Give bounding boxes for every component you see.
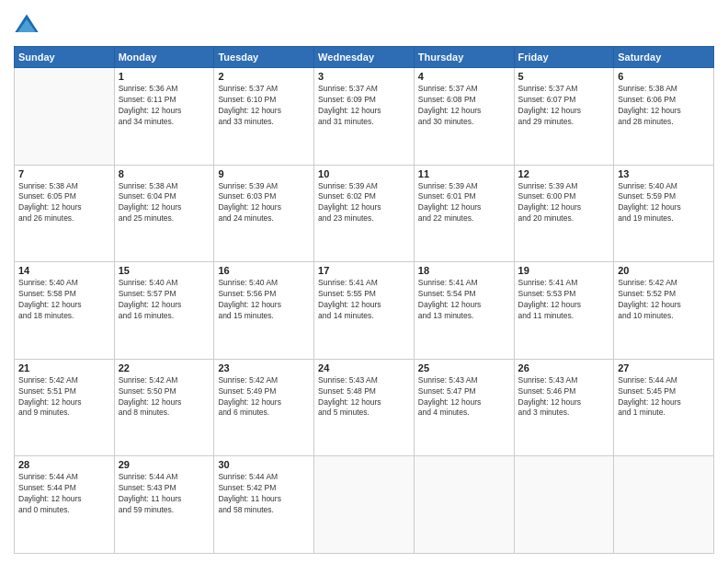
- day-info: Sunrise: 5:37 AM Sunset: 6:09 PM Dayligh…: [318, 84, 410, 128]
- day-info: Sunrise: 5:36 AM Sunset: 6:11 PM Dayligh…: [119, 84, 210, 128]
- day-info: Sunrise: 5:37 AM Sunset: 6:08 PM Dayligh…: [418, 84, 510, 128]
- day-info: Sunrise: 5:44 AM Sunset: 5:45 PM Dayligh…: [618, 375, 710, 419]
- day-info: Sunrise: 5:40 AM Sunset: 5:59 PM Dayligh…: [618, 181, 710, 225]
- day-info: Sunrise: 5:40 AM Sunset: 5:57 PM Dayligh…: [119, 278, 210, 322]
- day-number: 24: [318, 362, 410, 373]
- day-info: Sunrise: 5:43 AM Sunset: 5:46 PM Dayligh…: [518, 375, 610, 419]
- calendar-cell: 6Sunrise: 5:38 AM Sunset: 6:06 PM Daylig…: [614, 68, 714, 166]
- day-number: 11: [418, 168, 510, 179]
- calendar-header-thursday: Thursday: [414, 47, 514, 68]
- calendar-cell: 15Sunrise: 5:40 AM Sunset: 5:57 PM Dayli…: [114, 262, 214, 360]
- calendar-cell: [414, 456, 514, 554]
- calendar-cell: 13Sunrise: 5:40 AM Sunset: 5:59 PM Dayli…: [614, 165, 714, 262]
- day-number: 10: [318, 168, 410, 179]
- day-number: 3: [318, 71, 410, 82]
- calendar: SundayMondayTuesdayWednesdayThursdayFrid…: [14, 46, 714, 554]
- calendar-cell: 3Sunrise: 5:37 AM Sunset: 6:09 PM Daylig…: [314, 68, 415, 166]
- day-number: 6: [618, 71, 710, 82]
- day-info: Sunrise: 5:43 AM Sunset: 5:48 PM Dayligh…: [318, 375, 410, 419]
- day-info: Sunrise: 5:39 AM Sunset: 6:02 PM Dayligh…: [318, 181, 410, 225]
- day-info: Sunrise: 5:44 AM Sunset: 5:44 PM Dayligh…: [18, 472, 110, 516]
- calendar-cell: 7Sunrise: 5:38 AM Sunset: 6:05 PM Daylig…: [15, 165, 115, 262]
- day-info: Sunrise: 5:39 AM Sunset: 6:00 PM Dayligh…: [518, 181, 610, 225]
- day-info: Sunrise: 5:42 AM Sunset: 5:49 PM Dayligh…: [218, 375, 310, 419]
- day-info: Sunrise: 5:41 AM Sunset: 5:54 PM Dayligh…: [418, 278, 510, 322]
- day-number: 25: [418, 362, 510, 373]
- calendar-cell: 17Sunrise: 5:41 AM Sunset: 5:55 PM Dayli…: [314, 262, 415, 360]
- day-info: Sunrise: 5:44 AM Sunset: 5:42 PM Dayligh…: [218, 472, 310, 516]
- day-number: 17: [318, 265, 410, 276]
- day-info: Sunrise: 5:40 AM Sunset: 5:58 PM Dayligh…: [18, 278, 110, 322]
- calendar-week-5: 28Sunrise: 5:44 AM Sunset: 5:44 PM Dayli…: [15, 456, 714, 554]
- calendar-cell: 5Sunrise: 5:37 AM Sunset: 6:07 PM Daylig…: [514, 68, 614, 166]
- day-number: 22: [119, 362, 210, 373]
- calendar-cell: 18Sunrise: 5:41 AM Sunset: 5:54 PM Dayli…: [414, 262, 514, 360]
- day-info: Sunrise: 5:42 AM Sunset: 5:52 PM Dayligh…: [618, 278, 710, 322]
- calendar-cell: 2Sunrise: 5:37 AM Sunset: 6:10 PM Daylig…: [214, 68, 314, 166]
- day-number: 26: [518, 362, 610, 373]
- header: [14, 9, 714, 39]
- logo: [14, 13, 43, 39]
- day-number: 28: [18, 459, 110, 470]
- calendar-cell: 24Sunrise: 5:43 AM Sunset: 5:48 PM Dayli…: [314, 359, 415, 456]
- calendar-cell: 28Sunrise: 5:44 AM Sunset: 5:44 PM Dayli…: [15, 456, 115, 554]
- calendar-header-saturday: Saturday: [614, 47, 714, 68]
- calendar-cell: 26Sunrise: 5:43 AM Sunset: 5:46 PM Dayli…: [514, 359, 614, 456]
- day-number: 2: [218, 71, 310, 82]
- calendar-cell: 9Sunrise: 5:39 AM Sunset: 6:03 PM Daylig…: [214, 165, 314, 262]
- day-info: Sunrise: 5:37 AM Sunset: 6:10 PM Dayligh…: [218, 84, 310, 128]
- day-number: 5: [518, 71, 610, 82]
- day-info: Sunrise: 5:40 AM Sunset: 5:56 PM Dayligh…: [218, 278, 310, 322]
- calendar-cell: 1Sunrise: 5:36 AM Sunset: 6:11 PM Daylig…: [114, 68, 214, 166]
- calendar-cell: 14Sunrise: 5:40 AM Sunset: 5:58 PM Dayli…: [15, 262, 115, 360]
- day-number: 1: [119, 71, 210, 82]
- day-info: Sunrise: 5:38 AM Sunset: 6:06 PM Dayligh…: [618, 84, 710, 128]
- day-number: 14: [18, 265, 110, 276]
- day-info: Sunrise: 5:38 AM Sunset: 6:05 PM Dayligh…: [18, 181, 110, 225]
- calendar-cell: 8Sunrise: 5:38 AM Sunset: 6:04 PM Daylig…: [114, 165, 214, 262]
- day-number: 8: [119, 168, 210, 179]
- calendar-week-3: 14Sunrise: 5:40 AM Sunset: 5:58 PM Dayli…: [15, 262, 714, 360]
- day-info: Sunrise: 5:41 AM Sunset: 5:55 PM Dayligh…: [318, 278, 410, 322]
- day-number: 21: [18, 362, 110, 373]
- calendar-week-1: 1Sunrise: 5:36 AM Sunset: 6:11 PM Daylig…: [15, 68, 714, 166]
- calendar-cell: 23Sunrise: 5:42 AM Sunset: 5:49 PM Dayli…: [214, 359, 314, 456]
- day-info: Sunrise: 5:37 AM Sunset: 6:07 PM Dayligh…: [518, 84, 610, 128]
- calendar-cell: 16Sunrise: 5:40 AM Sunset: 5:56 PM Dayli…: [214, 262, 314, 360]
- calendar-week-2: 7Sunrise: 5:38 AM Sunset: 6:05 PM Daylig…: [15, 165, 714, 262]
- day-info: Sunrise: 5:41 AM Sunset: 5:53 PM Dayligh…: [518, 278, 610, 322]
- day-info: Sunrise: 5:39 AM Sunset: 6:01 PM Dayligh…: [418, 181, 510, 225]
- calendar-cell: [314, 456, 415, 554]
- day-number: 12: [518, 168, 610, 179]
- day-number: 19: [518, 265, 610, 276]
- day-number: 15: [119, 265, 210, 276]
- day-info: Sunrise: 5:38 AM Sunset: 6:04 PM Dayligh…: [119, 181, 210, 225]
- day-number: 29: [119, 459, 210, 470]
- calendar-header-monday: Monday: [114, 47, 214, 68]
- day-number: 27: [618, 362, 710, 373]
- day-number: 23: [218, 362, 310, 373]
- calendar-cell: 11Sunrise: 5:39 AM Sunset: 6:01 PM Dayli…: [414, 165, 514, 262]
- calendar-header-sunday: Sunday: [15, 47, 115, 68]
- day-info: Sunrise: 5:39 AM Sunset: 6:03 PM Dayligh…: [218, 181, 310, 225]
- calendar-header-wednesday: Wednesday: [314, 47, 415, 68]
- calendar-header-tuesday: Tuesday: [214, 47, 314, 68]
- day-number: 7: [18, 168, 110, 179]
- day-info: Sunrise: 5:42 AM Sunset: 5:50 PM Dayligh…: [119, 375, 210, 419]
- calendar-cell: 12Sunrise: 5:39 AM Sunset: 6:00 PM Dayli…: [514, 165, 614, 262]
- day-number: 30: [218, 459, 310, 470]
- calendar-cell: 20Sunrise: 5:42 AM Sunset: 5:52 PM Dayli…: [614, 262, 714, 360]
- calendar-header-friday: Friday: [514, 47, 614, 68]
- logo-icon: [14, 13, 40, 39]
- day-number: 18: [418, 265, 510, 276]
- calendar-cell: [15, 68, 115, 166]
- day-number: 13: [618, 168, 710, 179]
- day-number: 4: [418, 71, 510, 82]
- calendar-cell: 19Sunrise: 5:41 AM Sunset: 5:53 PM Dayli…: [514, 262, 614, 360]
- day-number: 16: [218, 265, 310, 276]
- calendar-cell: [514, 456, 614, 554]
- calendar-cell: 30Sunrise: 5:44 AM Sunset: 5:42 PM Dayli…: [214, 456, 314, 554]
- calendar-cell: 22Sunrise: 5:42 AM Sunset: 5:50 PM Dayli…: [114, 359, 214, 456]
- day-info: Sunrise: 5:43 AM Sunset: 5:47 PM Dayligh…: [418, 375, 510, 419]
- calendar-cell: 29Sunrise: 5:44 AM Sunset: 5:43 PM Dayli…: [114, 456, 214, 554]
